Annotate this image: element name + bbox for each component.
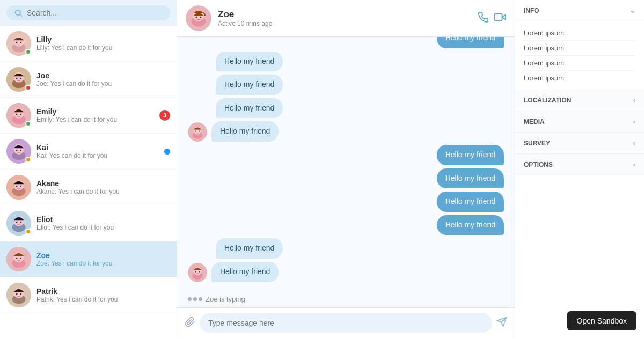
contact-name: Emily: [36, 107, 154, 116]
contact-preview: Emily: Yes i can do it for you: [36, 116, 154, 123]
msg-avatar: [188, 263, 207, 282]
chat-area: Zoe Active 10 mins ago Hello my friend H…: [177, 0, 515, 338]
contact-item-joe[interactable]: Joe Joe: Yes i can do it for you: [0, 62, 177, 98]
info-title: INFO: [524, 7, 539, 14]
message-row-inc: Hello my friend: [188, 262, 504, 282]
message-bubble-inc: Hello my friend: [216, 75, 283, 95]
svg-point-53: [195, 130, 196, 131]
contact-info: Zoe Zoe: Yes i can do it for you: [36, 251, 170, 267]
contact-item-akane[interactable]: Akane Akane: Yes i can do it for you: [0, 170, 177, 205]
chat-input-row: [177, 307, 515, 338]
typing-dot-2: [193, 297, 197, 301]
status-dot: [25, 121, 31, 127]
sidebar: Lilly Lilly: Yes i can do it for you Joe…: [0, 0, 177, 338]
svg-point-30: [16, 222, 18, 223]
typing-dots: [188, 297, 202, 301]
avatar: [6, 247, 31, 271]
contact-preview: Lilly: Yes i can do it for you: [36, 44, 170, 52]
contacts-list: Lilly Lilly: Yes i can do it for you Joe…: [0, 26, 177, 338]
typing-text: Zoe is typing: [206, 295, 245, 303]
messages-container: Hello my friend Hello my friend Hello my…: [177, 37, 515, 291]
svg-line-1: [20, 14, 22, 17]
unread-dot: [164, 149, 170, 155]
contact-preview: Zoe: Yes i can do it for you: [36, 260, 170, 267]
video-call-button[interactable]: [494, 11, 506, 26]
contact-name: Lilly: [36, 35, 170, 44]
svg-point-47: [200, 17, 202, 18]
contact-preview: Joe: Yes i can do it for you: [36, 80, 170, 87]
svg-point-16: [20, 114, 21, 115]
info-section-media[interactable]: MEDIA‹: [515, 111, 644, 133]
avatar-wrap: [6, 31, 31, 56]
avatar-wrap: [6, 139, 31, 164]
message-bubble-inc: Hello my friend: [211, 121, 279, 142]
status-dot: [25, 49, 31, 55]
avatar: [6, 283, 31, 307]
open-sandbox-button[interactable]: Open Sandbox: [567, 311, 636, 330]
message-bubble-out: Hello my friend: [437, 168, 504, 189]
svg-point-31: [20, 222, 21, 223]
contact-name: Akane: [36, 179, 170, 188]
chat-header: Zoe Active 10 mins ago: [177, 0, 515, 37]
svg-point-35: [16, 258, 18, 259]
send-button[interactable]: [496, 317, 507, 330]
contact-info: Patrik Patrik: Yes i can do it for you: [36, 287, 170, 303]
avatar-wrap: [6, 175, 31, 200]
contact-info: Emily Emily: Yes i can do it for you: [36, 107, 154, 123]
search-input[interactable]: [27, 9, 163, 17]
contact-info: Akane Akane: Yes i can do it for you: [36, 179, 170, 195]
message-row-inc: Hello my friend: [188, 75, 504, 95]
avatar-wrap: [6, 211, 31, 236]
contact-preview: Kai: Yes can do it for you: [36, 152, 159, 159]
contact-item-eliot[interactable]: Eliot Eliot: Yes i can do it for you: [0, 205, 177, 241]
unread-badge: 3: [159, 110, 170, 121]
contact-preview: Eliot: Yes i can do it for you: [36, 224, 170, 231]
info-section-options[interactable]: OPTIONS‹: [515, 154, 644, 175]
message-bubble-inc: Hello my friend: [211, 262, 279, 282]
svg-point-11: [20, 78, 21, 79]
info-section-localization[interactable]: LOCALIZATION‹: [515, 90, 644, 111]
message-bubble-out: Hello my friend: [437, 145, 504, 165]
contact-item-patrik[interactable]: Patrik Patrik: Yes i can do it for you: [0, 277, 177, 313]
chat-header-info: Zoe Active 10 mins ago: [218, 9, 471, 27]
contact-item-emily[interactable]: Emily Emily: Yes i can do it for you 3: [0, 98, 177, 134]
avatar-wrap: [6, 67, 31, 92]
section-chevron: ‹: [633, 139, 635, 147]
message-input[interactable]: [200, 313, 492, 333]
search-wrap: [6, 5, 170, 20]
svg-point-21: [20, 150, 21, 151]
call-button[interactable]: [477, 11, 489, 26]
svg-point-6: [20, 42, 21, 43]
info-section-header[interactable]: INFO ⌄: [515, 0, 644, 21]
svg-point-15: [16, 114, 18, 115]
svg-point-41: [20, 293, 21, 295]
message-bubble-out: Hello my friend: [437, 37, 504, 48]
svg-point-46: [196, 17, 197, 18]
contact-info: Lilly Lilly: Yes i can do it for you: [36, 35, 170, 52]
info-item: Lorem ipsum: [524, 26, 635, 41]
typing-dot-1: [188, 297, 192, 301]
contact-preview: Akane: Yes i can do it for you: [36, 188, 170, 195]
svg-point-10: [16, 78, 18, 79]
contact-item-zoe[interactable]: Zoe Zoe: Yes i can do it for you: [0, 241, 177, 277]
info-section-survey[interactable]: SURVEY‹: [515, 133, 644, 154]
contact-item-lilly[interactable]: Lilly Lilly: Yes i can do it for you: [0, 26, 177, 62]
message-bubble-inc: Hello my friend: [216, 238, 283, 259]
message-row-out: Hello my friend: [188, 215, 504, 236]
svg-point-36: [20, 258, 21, 259]
section-label: SURVEY: [524, 139, 550, 147]
message-row-out: Hello my friend: [188, 192, 504, 212]
chat-header-actions: [477, 11, 506, 26]
section-chevron: ‹: [633, 117, 635, 126]
contact-name: Patrik: [36, 287, 170, 296]
avatar-wrap: [6, 103, 31, 128]
section-chevron: ‹: [633, 160, 635, 168]
svg-rect-49: [495, 13, 502, 20]
svg-point-59: [199, 271, 200, 272]
attach-button[interactable]: [185, 317, 195, 330]
contact-preview: Patrik: Yes i can do it for you: [36, 296, 170, 303]
message-row-inc: Hello my friend: [188, 238, 504, 259]
section-label: MEDIA: [524, 118, 545, 126]
contact-item-kai[interactable]: Kai Kai: Yes can do it for you: [0, 134, 177, 170]
contact-name: Joe: [36, 71, 170, 80]
